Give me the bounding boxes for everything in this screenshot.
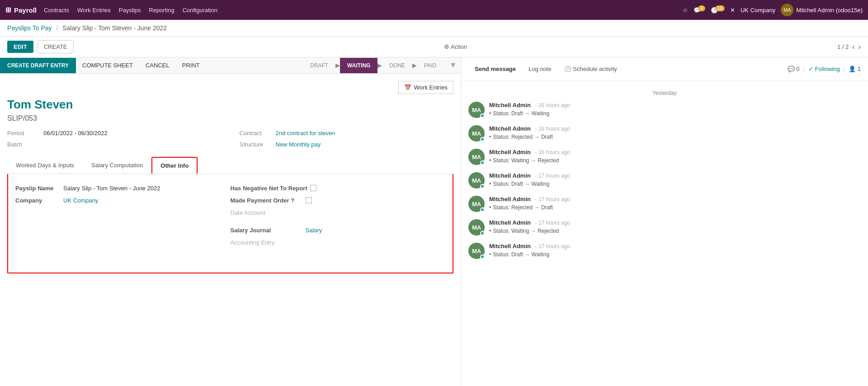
nav-configuration[interactable]: Configuration bbox=[183, 7, 217, 14]
log-note-button[interactable]: Log note bbox=[522, 62, 558, 76]
nav-payslips[interactable]: Payslips bbox=[119, 7, 141, 14]
compute-sheet-button[interactable]: COMPUTE SHEET bbox=[76, 57, 139, 73]
next-page-button[interactable]: › bbox=[859, 43, 861, 51]
slip-number: SLIP/053 bbox=[7, 114, 453, 122]
structure-value[interactable]: New Monthly pay bbox=[276, 141, 321, 148]
action-button[interactable]: ⚙ Action bbox=[444, 43, 467, 50]
tabs-row: Worked Days & Inputs Salary Computation … bbox=[7, 157, 453, 174]
payslip-name-value[interactable]: Salary Slip - Tom Steven - June 2022 bbox=[63, 185, 160, 192]
chatter-actions: Send message Log note 🕐 Schedule activit… bbox=[461, 57, 868, 81]
chatter-panel: Send message Log note 🕐 Schedule activit… bbox=[461, 57, 868, 386]
made-payment-field: Made Payment Order ? bbox=[231, 197, 446, 204]
breadcrumb-separator: / bbox=[56, 24, 58, 32]
made-payment-checkbox[interactable] bbox=[306, 197, 312, 203]
state-buttons: DRAFT ▶ WAITING ▶ DONE ▶ PAID bbox=[303, 58, 443, 73]
period-value: 06/01/2022 - 06/30/2022 bbox=[43, 130, 108, 137]
chat-body-5: Mitchell Admin - 17 hours ago •Status: R… bbox=[489, 196, 861, 212]
create-draft-button[interactable]: CREATE DRAFT ENTRY bbox=[0, 58, 76, 73]
structure-field: Structure New Monthly pay bbox=[240, 141, 454, 148]
chat-detail-3: •Status: Waiting → Rejected bbox=[489, 157, 861, 164]
tab-worked[interactable]: Worked Days & Inputs bbox=[7, 157, 83, 174]
state-draft[interactable]: DRAFT bbox=[303, 58, 335, 73]
pagination-text: 1 / 2 bbox=[837, 43, 849, 50]
salary-journal-value[interactable]: Salary bbox=[306, 227, 322, 234]
chat-time-2: - 16 hours ago bbox=[535, 126, 570, 132]
chat-message-2: MA Mitchell Admin - 16 hours ago •Status… bbox=[468, 125, 861, 141]
chat-icon[interactable]: 💬4 bbox=[693, 6, 705, 14]
chat-message-5: MA Mitchell Admin - 17 hours ago •Status… bbox=[468, 196, 861, 212]
cancel-button[interactable]: CANCEL bbox=[139, 57, 176, 73]
state-paid[interactable]: PAID bbox=[417, 58, 443, 73]
close-icon[interactable]: ✕ bbox=[730, 7, 735, 14]
chat-detail-5: •Status: Rejected → Draft bbox=[489, 204, 861, 211]
breadcrumb-parent[interactable]: Payslips To Pay bbox=[7, 24, 52, 32]
avatar-2: MA bbox=[468, 125, 485, 141]
user-avatar[interactable]: MA Mitchell Admin (odoo15e) bbox=[781, 4, 863, 16]
chat-time-5: - 17 hours ago bbox=[535, 196, 570, 202]
has-negative-checkbox[interactable] bbox=[310, 185, 316, 191]
work-entries-button[interactable]: 📅 Work Entries bbox=[398, 81, 453, 94]
divider2: | bbox=[844, 66, 845, 72]
followers-count[interactable]: 👤 1 bbox=[849, 66, 861, 72]
date-account-label: Date Account bbox=[231, 209, 265, 216]
company-value[interactable]: UK Company bbox=[63, 197, 98, 204]
salary-journal-field: Salary Journal Salary bbox=[231, 227, 446, 234]
avatar-1: MA bbox=[468, 102, 485, 118]
contract-value[interactable]: 2nd contract for steven bbox=[276, 130, 335, 137]
message-count: 💬 0 bbox=[788, 66, 800, 72]
nav-work-entries[interactable]: Work Entries bbox=[77, 7, 111, 14]
chat-name-6: Mitchell Admin bbox=[489, 219, 531, 226]
chat-time-7: - 17 hours ago bbox=[535, 243, 570, 249]
schedule-activity-button[interactable]: 🕐 Schedule activity bbox=[558, 62, 623, 76]
has-negative-field: Has Negative Net To Report bbox=[231, 185, 446, 192]
chat-body-6: Mitchell Admin - 17 hours ago •Status: W… bbox=[489, 219, 861, 235]
chat-name-7: Mitchell Admin bbox=[489, 243, 531, 249]
speech-icon: 💬 bbox=[788, 66, 797, 72]
chat-detail-7: •Status: Draft → Waiting bbox=[489, 251, 861, 258]
state-waiting[interactable]: WAITING bbox=[340, 58, 377, 73]
chat-name-4: Mitchell Admin bbox=[489, 172, 531, 179]
has-negative-label: Has Negative Net To Report bbox=[231, 185, 307, 192]
tab-salary[interactable]: Salary Computation bbox=[83, 157, 151, 174]
clock-icon: 🕐 bbox=[564, 66, 573, 72]
pagination: 1 / 2 ‹ › bbox=[837, 43, 861, 51]
user-avatar-img: MA bbox=[781, 4, 793, 16]
edit-button[interactable]: EDIT bbox=[7, 41, 33, 53]
app-icon[interactable]: ⊞ Payroll bbox=[5, 6, 37, 14]
scroll-down-icon[interactable]: ▼ bbox=[449, 61, 461, 70]
nav-reporting[interactable]: Reporting bbox=[149, 7, 174, 14]
nav-contracts[interactable]: Contracts bbox=[44, 7, 69, 14]
form-fields: Period 06/01/2022 - 06/30/2022 Contract … bbox=[7, 130, 453, 148]
send-message-button[interactable]: Send message bbox=[468, 62, 522, 76]
chat-time-6: - 17 hours ago bbox=[535, 220, 570, 226]
avatar-4: MA bbox=[468, 172, 485, 188]
print-button[interactable]: PRINT bbox=[176, 57, 206, 73]
chat-name-5: Mitchell Admin bbox=[489, 196, 531, 202]
chat-time-4: - 17 hours ago bbox=[535, 173, 570, 179]
clock-icon[interactable]: 🕐16 bbox=[711, 6, 725, 14]
info-right: Has Negative Net To Report Made Payment … bbox=[231, 181, 446, 260]
payslip-name-field: Payslip Name Salary Slip - Tom Steven - … bbox=[15, 185, 231, 192]
chat-detail-6: •Status: Waiting → Rejected bbox=[489, 228, 861, 234]
chat-body-7: Mitchell Admin - 17 hours ago •Status: D… bbox=[489, 243, 861, 259]
period-label: Period bbox=[7, 130, 39, 137]
action-bar: EDIT CREATE ⚙ Action 1 / 2 ‹ › bbox=[0, 37, 868, 57]
form-status-bar: CREATE DRAFT ENTRY COMPUTE SHEET CANCEL … bbox=[0, 57, 461, 74]
batch-label: Batch bbox=[7, 141, 39, 148]
star-icon[interactable]: ☆ bbox=[683, 7, 688, 14]
calendar-icon: 📅 bbox=[404, 84, 411, 91]
top-icons: ☆ 💬4 🕐16 ✕ UK Company MA Mitchell Admin … bbox=[683, 4, 863, 16]
chatter-feed: Yesterday MA Mitchell Admin - 16 hours a… bbox=[461, 81, 868, 386]
other-info-grid: Payslip Name Salary Slip - Tom Steven - … bbox=[15, 181, 445, 260]
following-button[interactable]: ✓ Following bbox=[808, 66, 840, 72]
person-icon: 👤 bbox=[849, 66, 858, 72]
chat-message-4: MA Mitchell Admin - 17 hours ago •Status… bbox=[468, 172, 861, 188]
state-done[interactable]: DONE bbox=[382, 58, 412, 73]
top-navigation: ⊞ Payroll Contracts Work Entries Payslip… bbox=[0, 0, 868, 20]
prev-page-button[interactable]: ‹ bbox=[852, 43, 854, 51]
batch-field: Batch bbox=[7, 141, 222, 148]
create-button[interactable]: CREATE bbox=[37, 40, 74, 53]
check-icon: ✓ bbox=[808, 66, 813, 72]
tab-other-info[interactable]: Other Info bbox=[151, 157, 198, 174]
chat-name-1: Mitchell Admin bbox=[489, 102, 531, 108]
